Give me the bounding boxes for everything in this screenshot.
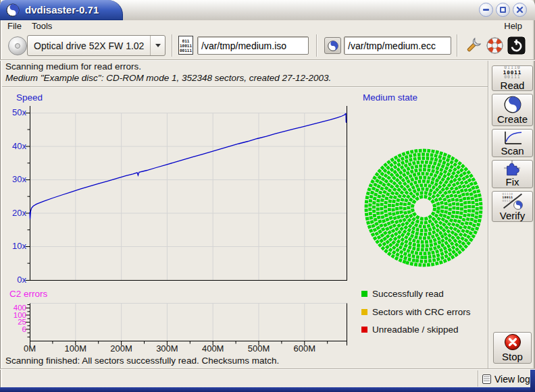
speed-ytick: 40x xyxy=(5,142,26,151)
xtick: 600M xyxy=(290,343,320,354)
speed-ytick: 0x xyxy=(5,275,26,285)
fix-button[interactable]: Fix xyxy=(492,160,533,188)
bottom-status: Scanning finished: All sectors successfu… xyxy=(5,356,279,366)
menu-help[interactable]: Help xyxy=(501,20,525,32)
legend-swatch-red xyxy=(361,327,367,333)
preferences-wrench-icon[interactable] xyxy=(464,36,482,55)
maximize-icon xyxy=(500,7,506,13)
dropdown-arrow-icon[interactable] xyxy=(150,36,165,55)
c2-chart-title: C2 errors xyxy=(9,289,47,299)
menu-file[interactable]: File xyxy=(5,20,24,32)
medium-state-disc xyxy=(351,136,496,280)
speed-ytick: 10x xyxy=(5,242,26,251)
close-icon xyxy=(516,6,524,13)
drive-cd-icon xyxy=(8,36,27,55)
stop-icon xyxy=(504,333,521,351)
grid-lines xyxy=(30,113,347,341)
medium-state-legend: Successfully read Sectors with CRC error… xyxy=(361,288,471,342)
medium-state-title: Medium state xyxy=(363,92,417,103)
create-button[interactable]: Create xyxy=(492,94,533,126)
binary-icon: 01110 10011 00111 xyxy=(503,65,522,80)
legend-item: Unreadable / skipped xyxy=(361,324,471,335)
xtick: 100M xyxy=(61,343,91,354)
app-window: dvdisaster-0.71 File Tools Help Optical … xyxy=(0,0,535,392)
help-lifebuoy-icon[interactable] xyxy=(486,36,504,55)
log-list-icon xyxy=(482,374,491,384)
scan-button[interactable]: Scan xyxy=(492,129,533,157)
window-corner-border[interactable] xyxy=(530,370,535,392)
legend-item: Successfully read xyxy=(361,288,471,300)
xtick: 0M xyxy=(15,343,45,354)
speed-ytick: 50x xyxy=(5,108,26,117)
legend-swatch-green xyxy=(361,291,367,297)
legend-item: Sectors with CRC errors xyxy=(361,306,471,318)
iso-file-icon: 011 10011 00111 xyxy=(178,36,193,55)
stop-button[interactable]: Stop xyxy=(493,332,532,364)
footer-separator xyxy=(478,370,479,387)
menubar: File Tools Help xyxy=(2,20,533,32)
status-line-1: Scanning medium for read errors. xyxy=(5,61,141,72)
app-yinyang-icon xyxy=(6,3,20,17)
drive-selector-value: Optical drive 52X FW 1.02 xyxy=(28,40,150,51)
maximize-button[interactable] xyxy=(496,3,510,17)
separator xyxy=(0,368,535,370)
legend-swatch-yellow xyxy=(361,309,367,315)
minimize-icon xyxy=(483,9,489,11)
sidebar-separator xyxy=(488,61,489,368)
toolbar-separator xyxy=(457,34,458,57)
puzzle-piece-icon xyxy=(503,161,521,176)
xtick: 400M xyxy=(198,343,228,354)
chart-axes xyxy=(26,106,348,345)
verify-icon: 01110 10011 00111 xyxy=(503,192,523,210)
separator xyxy=(0,59,535,61)
ecc-yinyang-icon xyxy=(328,40,338,51)
ecc-path-input[interactable] xyxy=(344,36,451,55)
window-bottom-border xyxy=(0,387,535,392)
window-title: dvdisaster-0.71 xyxy=(25,4,99,16)
yinyang-icon xyxy=(513,200,523,210)
separator xyxy=(2,86,488,88)
toolbar-separator xyxy=(172,34,173,57)
speed-ytick: 20x xyxy=(5,208,26,218)
speed-chart-title: Speed xyxy=(16,92,43,103)
menu-tools[interactable]: Tools xyxy=(29,20,55,32)
yinyang-icon xyxy=(504,96,521,113)
status-line-2: Medium "Example disc": CD-ROM mode 1, 35… xyxy=(5,73,331,83)
ecc-file-icon xyxy=(324,37,341,54)
close-button[interactable] xyxy=(513,3,527,17)
read-button[interactable]: 01110 10011 00111 Read xyxy=(492,65,533,91)
view-log-button[interactable]: View log xyxy=(482,371,530,387)
titlebar[interactable]: dvdisaster-0.71 xyxy=(0,0,535,20)
speed-curve xyxy=(30,114,347,219)
xtick: 300M xyxy=(152,343,182,354)
cd-hole xyxy=(15,43,20,49)
minimize-button[interactable] xyxy=(479,3,493,17)
xtick: 500M xyxy=(244,343,274,354)
speed-ytick: 30x xyxy=(5,175,26,184)
verify-button[interactable]: 01110 10011 00111 Verify xyxy=(492,191,533,222)
titlebar-tab: dvdisaster-0.71 xyxy=(0,0,123,20)
quit-power-icon[interactable] xyxy=(507,36,526,55)
toolbar: Optical drive 52X FW 1.02 011 10011 0011… xyxy=(2,32,533,59)
xtick: 200M xyxy=(107,343,136,354)
drive-selector[interactable]: Optical drive 52X FW 1.02 xyxy=(27,35,165,56)
iso-path-input[interactable] xyxy=(197,36,309,55)
toolbar-separator xyxy=(316,34,317,57)
c2-ytick: 6 xyxy=(5,326,26,333)
scan-chart-icon xyxy=(503,130,523,145)
